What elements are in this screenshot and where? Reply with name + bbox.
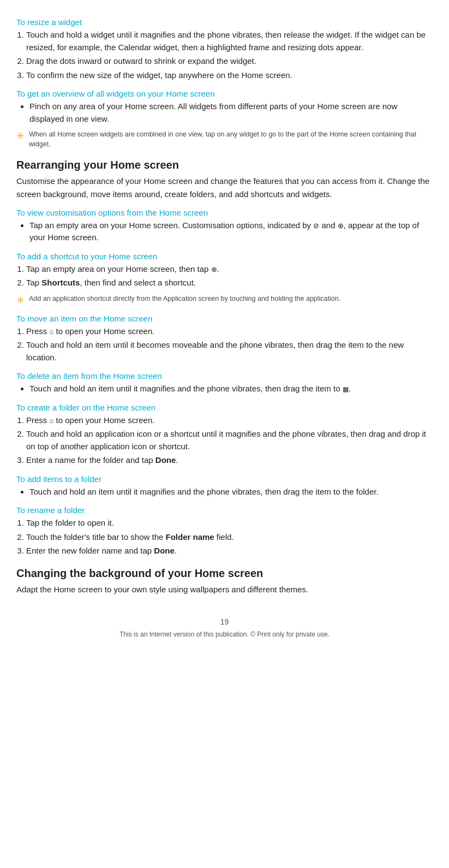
section-rename-folder: To rename a folder Tap the folder to ope… bbox=[16, 506, 433, 557]
list-overview-widgets: Pinch on any area of your Home screen. A… bbox=[29, 100, 433, 125]
home-icon: ⌂ bbox=[50, 326, 54, 337]
changing-background-body: Adapt the Home screen to your own style … bbox=[16, 583, 433, 596]
list-item: Touch and hold a widget until it magnifi… bbox=[26, 29, 433, 53]
tip-overview-widgets: ✳ When all Home screen widgets are combi… bbox=[16, 129, 433, 149]
list-item: Press ⌂ to open your Home screen. bbox=[26, 414, 433, 427]
home-icon: ⌂ bbox=[50, 415, 54, 426]
list-view-customisation: Tap an empty area on your Home screen. C… bbox=[29, 219, 433, 244]
slash-circle-icon: ⊘ bbox=[313, 221, 319, 231]
section-resize-widget: To resize a widget Touch and hold a widg… bbox=[16, 17, 433, 81]
section-rearranging: Rearranging your Home screen Customise t… bbox=[16, 159, 433, 200]
section-changing-background: Changing the background of your Home scr… bbox=[16, 567, 433, 596]
section-delete-item: To delete an item from the Home screen T… bbox=[16, 371, 433, 395]
heading-overview-widgets: To get an overview of all widgets on you… bbox=[16, 89, 433, 98]
list-item: Enter a name for the folder and tap Done… bbox=[26, 454, 433, 467]
heading-add-items-folder: To add items to a folder bbox=[16, 474, 433, 484]
heading-add-shortcut: To add a shortcut to your Home screen bbox=[16, 252, 433, 261]
section-create-folder: To create a folder on the Home screen Pr… bbox=[16, 403, 433, 467]
list-item: Touch the folder's title bar to show the… bbox=[26, 531, 433, 544]
page-content: To resize a widget Touch and hold a widg… bbox=[16, 17, 433, 638]
section-move-item: To move an item on the Home screen Press… bbox=[16, 314, 433, 364]
heading-rename-folder: To rename a folder bbox=[16, 506, 433, 515]
list-delete-item: Touch and hold an item until it magnifie… bbox=[29, 383, 433, 395]
list-item: Press ⌂ to open your Home screen. bbox=[26, 325, 433, 338]
page-footer: 19 This is an Internet version of this p… bbox=[16, 617, 433, 638]
plus-circle-icon: ⊕ bbox=[211, 264, 217, 275]
tip-icon: ✳ bbox=[16, 294, 25, 306]
footer-disclaimer: This is an Internet version of this publ… bbox=[16, 631, 433, 638]
list-item: Tap Shortcuts, then find and select a sh… bbox=[26, 277, 433, 289]
list-item: To confirm the new size of the widget, t… bbox=[26, 69, 433, 82]
list-rename-folder: Tap the folder to open it. Touch the fol… bbox=[26, 517, 433, 557]
list-item: Pinch on any area of your Home screen. A… bbox=[29, 100, 433, 125]
section-add-items-folder: To add items to a folder Touch and hold … bbox=[16, 474, 433, 498]
section-overview-widgets: To get an overview of all widgets on you… bbox=[16, 89, 433, 149]
tip-add-shortcut: ✳ Add an application shortcut directly f… bbox=[16, 294, 433, 306]
list-item: Touch and hold an item until it becomes … bbox=[26, 339, 433, 364]
list-add-shortcut: Tap an empty area on your Home screen, t… bbox=[26, 263, 433, 289]
heading-delete-item: To delete an item from the Home screen bbox=[16, 371, 433, 381]
list-item: Touch and hold an application icon or a … bbox=[26, 428, 433, 453]
heading-changing-background: Changing the background of your Home scr… bbox=[16, 567, 433, 580]
list-item: Touch and hold an item until it magnifie… bbox=[29, 383, 433, 395]
list-create-folder: Press ⌂ to open your Home screen. Touch … bbox=[26, 414, 433, 467]
list-item: Touch and hold an item until it magnifie… bbox=[29, 486, 433, 498]
tip-text: When all Home screen widgets are combine… bbox=[29, 129, 433, 149]
heading-resize-widget: To resize a widget bbox=[16, 17, 433, 27]
list-resize-widget: Touch and hold a widget until it magnifi… bbox=[26, 29, 433, 81]
heading-rearranging: Rearranging your Home screen bbox=[16, 159, 433, 171]
list-item: Tap an empty area on your Home screen, t… bbox=[26, 263, 433, 276]
list-item: Tap the folder to open it. bbox=[26, 517, 433, 530]
heading-view-customisation: To view customisation options from the H… bbox=[16, 208, 433, 217]
list-move-item: Press ⌂ to open your Home screen. Touch … bbox=[26, 325, 433, 364]
trash-icon: ▦ bbox=[343, 384, 349, 394]
plus-circle-icon: ⊕ bbox=[338, 221, 344, 231]
heading-move-item: To move an item on the Home screen bbox=[16, 314, 433, 323]
list-add-items-folder: Touch and hold an item until it magnifie… bbox=[29, 486, 433, 498]
list-item: Enter the new folder name and tap Done. bbox=[26, 545, 433, 557]
list-item: Tap an empty area on your Home screen. C… bbox=[29, 219, 433, 244]
section-view-customisation: To view customisation options from the H… bbox=[16, 208, 433, 244]
rearranging-body: Customise the appearance of your Home sc… bbox=[16, 175, 433, 200]
tip-text: Add an application shortcut directly fro… bbox=[29, 294, 340, 304]
section-add-shortcut: To add a shortcut to your Home screen Ta… bbox=[16, 252, 433, 306]
list-item: Drag the dots inward or outward to shrin… bbox=[26, 55, 433, 68]
tip-icon: ✳ bbox=[16, 130, 25, 142]
page-number: 19 bbox=[16, 617, 433, 626]
heading-create-folder: To create a folder on the Home screen bbox=[16, 403, 433, 412]
